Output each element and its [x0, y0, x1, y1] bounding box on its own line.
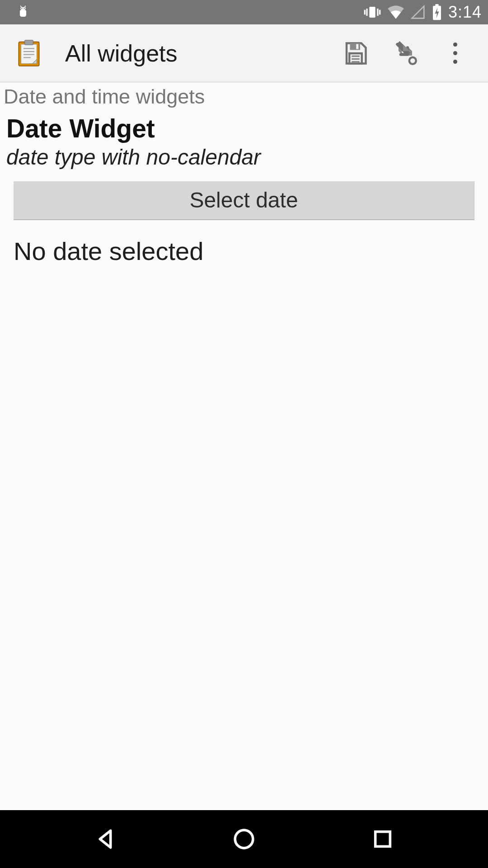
save-button[interactable]	[331, 28, 380, 78]
svg-rect-21	[356, 44, 358, 49]
svg-point-26	[409, 57, 416, 64]
android-debug-icon	[15, 5, 31, 20]
vibrate-icon	[363, 5, 381, 20]
svg-rect-6	[369, 7, 375, 18]
svg-point-27	[235, 830, 253, 848]
overflow-menu-icon	[453, 42, 457, 64]
svg-line-4	[20, 6, 21, 7]
goto-button[interactable]	[380, 28, 430, 78]
recent-apps-button[interactable]	[338, 810, 428, 868]
app-bar: All widgets	[0, 24, 488, 82]
content-area: Date and time widgets Date Widget date t…	[0, 82, 488, 810]
battery-charging-icon	[431, 4, 443, 20]
svg-rect-0	[20, 9, 26, 17]
status-time: 3:14	[448, 3, 482, 22]
svg-line-5	[25, 6, 26, 7]
svg-rect-15	[25, 40, 33, 45]
svg-rect-12	[435, 4, 439, 6]
wifi-icon	[387, 5, 405, 19]
home-button[interactable]	[199, 810, 289, 868]
svg-rect-14	[21, 44, 37, 64]
overflow-menu-button[interactable]	[430, 28, 480, 78]
svg-point-3	[24, 8, 25, 9]
back-button[interactable]	[60, 810, 150, 868]
svg-point-2	[21, 8, 23, 9]
status-bar: 3:14	[0, 0, 488, 24]
navigation-bar	[0, 810, 488, 868]
widget-title: Date Widget	[0, 113, 488, 145]
app-bar-title: All widgets	[65, 40, 331, 67]
date-status-text: No date selected	[0, 220, 488, 266]
clipboard-icon[interactable]	[13, 37, 45, 70]
select-date-button[interactable]: Select date	[14, 181, 474, 220]
section-label: Date and time widgets	[0, 84, 488, 113]
cell-signal-icon	[410, 5, 426, 19]
widget-subtitle: date type with no-calendar	[0, 145, 488, 178]
svg-rect-20	[350, 43, 361, 50]
svg-rect-28	[375, 832, 390, 847]
